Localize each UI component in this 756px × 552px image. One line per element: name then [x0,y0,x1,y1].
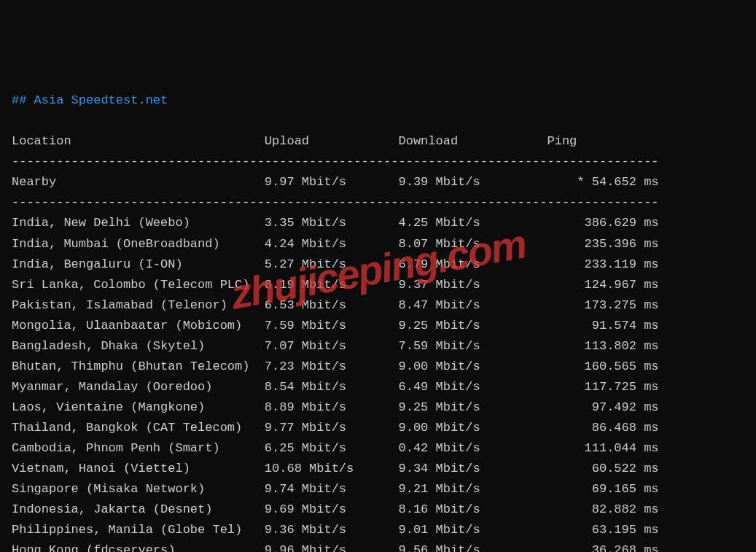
section-title: ## Asia Speedtest.net [12,93,168,107]
header-row: Location Upload Download Ping [12,134,577,148]
nearby-row: Nearby 9.97 Mbit/s 9.39 Mbit/s * 54.652 … [12,175,659,189]
table-body: India, New Delhi (Weebo) 3.35 Mbit/s 4.2… [12,216,659,552]
divider: ----------------------------------------… [12,195,659,209]
divider: ----------------------------------------… [12,155,659,168]
